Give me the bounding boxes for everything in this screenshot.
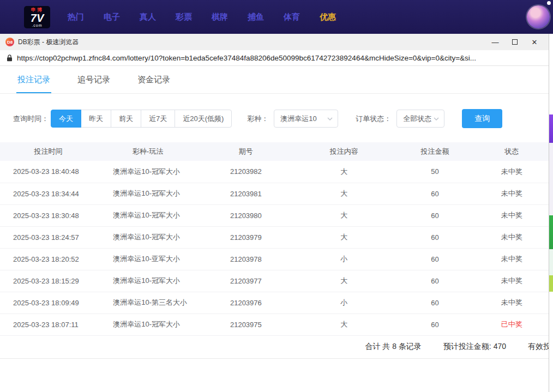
site-logo[interactable]: 申博 7V .com: [24, 6, 50, 28]
close-button[interactable]: ✕: [525, 35, 544, 49]
total-records: 合计 共 8 条记录: [365, 342, 421, 352]
bet-amount: 60: [395, 270, 475, 292]
tab-2[interactable]: 追号记录: [76, 66, 111, 93]
bet-status: 已中奖: [474, 313, 549, 335]
avatar-status-dot: [547, 1, 551, 5]
bet-status: 未中奖: [474, 161, 549, 183]
bet-time: 2025-03-23 18:40:48: [0, 161, 97, 183]
bet-status: 未中奖: [474, 183, 549, 204]
issue-number: 21203978: [199, 248, 293, 270]
chevron-down-icon: [327, 117, 333, 120]
bet-amount: 60: [395, 204, 475, 226]
tab-1[interactable]: 投注记录: [16, 66, 51, 93]
maximize-button[interactable]: [505, 35, 525, 49]
game-play: 澳洲幸运10-第三名大小: [97, 292, 199, 313]
bet-status: 未中奖: [474, 292, 549, 313]
time-option-2[interactable]: 昨天: [81, 110, 111, 128]
bet-amount: 60: [395, 183, 475, 204]
bet-time: 2025-03-23 18:34:44: [0, 183, 97, 204]
bet-status: 未中奖: [474, 270, 549, 292]
header-bet-content: 投注内容: [293, 142, 395, 161]
nav-item-4[interactable]: 彩票: [176, 12, 192, 22]
lock-icon: [7, 55, 13, 62]
bet-content: 大: [293, 183, 395, 204]
header-bet-time: 投注时间: [0, 142, 97, 161]
bet-amount: 60: [395, 226, 475, 248]
status-select[interactable]: 全部状态: [396, 110, 444, 128]
status-select-value: 全部状态: [403, 114, 431, 124]
bet-amount: 60: [395, 313, 475, 335]
bet-content: 大: [293, 226, 395, 248]
browser-window: D8 DB彩票 - 极速浏览器 — ✕ https://ctop02pchwp1…: [0, 34, 549, 392]
minimize-button[interactable]: —: [485, 35, 505, 49]
issue-number: 21203976: [199, 292, 293, 313]
address-bar[interactable]: https://ctop02pchwp1.zfnc84.com/lottery/…: [0, 50, 549, 66]
bet-content: 小: [293, 292, 395, 313]
time-filter-label: 查询时间：: [13, 114, 49, 124]
bet-time: 2025-03-23 18:09:49: [0, 292, 97, 313]
logo-suffix-text: .com: [25, 23, 49, 27]
issue-number: 21203982: [199, 161, 293, 183]
bet-time: 2025-03-23 18:15:29: [0, 270, 97, 292]
main-nav: 热门电子真人彩票棋牌捕鱼体育优惠: [68, 12, 336, 22]
url-text[interactable]: https://ctop02pchwp1.zfnc84.com/lottery/…: [17, 54, 476, 62]
logo-main-text: 7V: [25, 13, 49, 23]
bet-amount: 50: [395, 161, 475, 183]
game-play: 澳洲幸运10-亚军大小: [97, 248, 199, 270]
issue-number: 21203975: [199, 313, 293, 335]
nav-item-2[interactable]: 电子: [104, 12, 120, 22]
header-bet-amount: 投注金额: [395, 142, 475, 161]
valid-bet-amount: 有效投注金额: [528, 342, 549, 352]
game-play: 澳洲幸运10-冠军大小: [97, 204, 199, 226]
avatar[interactable]: [527, 5, 550, 28]
bet-content: 大: [293, 270, 395, 292]
bet-time: 2025-03-23 18:24:57: [0, 226, 97, 248]
table-row: 2025-03-23 18:07:11澳洲幸运10-冠军大小21203975大6…: [0, 313, 549, 335]
browser-favicon-icon: D8: [5, 38, 14, 46]
time-option-4[interactable]: 近7天: [141, 110, 175, 128]
game-play: 澳洲幸运10-冠军大小: [97, 161, 199, 183]
time-option-5[interactable]: 近20天(低频): [175, 110, 232, 128]
table-row: 2025-03-23 18:15:29澳洲幸运10-冠军大小21203977大6…: [0, 270, 549, 292]
search-button[interactable]: 查询: [462, 109, 502, 128]
expected-bet-amount: 预计投注金额: 470: [443, 342, 506, 352]
chevron-down-icon: [434, 117, 439, 120]
table-row: 2025-03-23 18:20:52澳洲幸运10-亚军大小21203978小6…: [0, 248, 549, 270]
nav-item-8[interactable]: 优惠: [320, 12, 336, 22]
nav-item-7[interactable]: 体育: [284, 12, 300, 22]
game-play: 澳洲幸运10-冠军大小: [97, 270, 199, 292]
header-game-play: 彩种-玩法: [97, 142, 199, 161]
lottery-filter-label: 彩种：: [247, 114, 268, 124]
game-play: 澳洲幸运10-冠军大小: [97, 313, 199, 335]
nav-item-3[interactable]: 真人: [140, 12, 156, 22]
game-play: 澳洲幸运10-冠军大小: [97, 183, 199, 204]
nav-item-1[interactable]: 热门: [68, 12, 84, 22]
time-filter-group: 今天昨天前天近7天近20天(低频): [51, 110, 232, 128]
summary-row: 合计 共 8 条记录 预计投注金额: 470 有效投注金额: [0, 336, 549, 359]
lottery-select-value: 澳洲幸运10: [280, 114, 316, 124]
issue-number: 21203981: [199, 183, 293, 204]
table-header-row: 投注时间 彩种-玩法 期号 投注内容 投注金额 状态: [0, 142, 549, 161]
site-header: 申博 7V .com 热门电子真人彩票棋牌捕鱼体育优惠: [0, 0, 553, 34]
lottery-select[interactable]: 澳洲幸运10: [274, 110, 338, 128]
tab-3[interactable]: 资金记录: [136, 66, 171, 93]
browser-title-bar: D8 DB彩票 - 极速浏览器 — ✕: [0, 34, 549, 50]
bet-content: 大: [293, 204, 395, 226]
issue-number: 21203980: [199, 204, 293, 226]
issue-number: 21203979: [199, 226, 293, 248]
time-option-3[interactable]: 前天: [111, 110, 141, 128]
nav-item-6[interactable]: 捕鱼: [248, 12, 264, 22]
table-row: 2025-03-23 18:30:48澳洲幸运10-冠军大小21203980大6…: [0, 204, 549, 226]
window-title: DB彩票 - 极速浏览器: [18, 38, 79, 47]
bet-content: 大: [293, 161, 395, 183]
time-option-1[interactable]: 今天: [51, 110, 81, 128]
issue-number: 21203977: [199, 270, 293, 292]
nav-item-5[interactable]: 棋牌: [212, 12, 228, 22]
header-issue-number: 期号: [199, 142, 293, 161]
game-play: 澳洲幸运10-冠军大小: [97, 226, 199, 248]
background-page-strip: [549, 34, 553, 392]
table-row: 2025-03-23 18:34:44澳洲幸运10-冠军大小21203981大6…: [0, 183, 549, 204]
table-row: 2025-03-23 18:40:48澳洲幸运10-冠军大小21203982大5…: [0, 161, 549, 183]
filter-row: 查询时间： 今天昨天前天近7天近20天(低频) 彩种： 澳洲幸运10 订单状态：…: [13, 109, 549, 128]
bet-time: 2025-03-23 18:30:48: [0, 204, 97, 226]
